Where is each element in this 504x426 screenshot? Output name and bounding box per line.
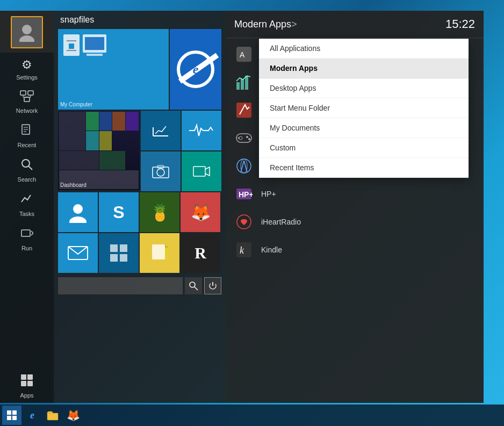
- firefox-taskbar-icon: 🦊: [67, 409, 80, 422]
- taskbar-ie[interactable]: e: [23, 406, 42, 425]
- dropdown-item-modern-apps[interactable]: Modern Apps: [259, 59, 469, 78]
- tile-pineapple[interactable]: 🍍: [140, 192, 179, 232]
- list-item[interactable]: HP+ HP+: [226, 180, 484, 208]
- hp-plus-icon: HP+: [234, 184, 254, 204]
- svg-rect-16: [21, 374, 26, 380]
- tile-firefox[interactable]: 🦊: [181, 192, 220, 232]
- windows-logo-icon: [7, 410, 17, 420]
- tile-pulse[interactable]: [182, 111, 221, 150]
- tile-skype[interactable]: S: [99, 192, 139, 232]
- tile-row-3: S 🍍 🦊: [54, 191, 226, 232]
- sidebar-item-recent[interactable]: Recent: [0, 118, 54, 153]
- svg-rect-32: [120, 254, 127, 262]
- tile-grid[interactable]: [99, 233, 139, 273]
- pc-monitor-group: [83, 34, 106, 56]
- tile-mail[interactable]: [58, 233, 98, 273]
- kindle-name: Kindle: [261, 246, 282, 254]
- tile-note[interactable]: [140, 233, 179, 273]
- dropdown-item-all-applications[interactable]: All Applications: [259, 39, 469, 59]
- sidebar-item-network[interactable]: Network: [0, 85, 54, 118]
- svg-point-26: [73, 204, 83, 214]
- tile-camera[interactable]: [141, 151, 181, 191]
- sidebar-item-tasks[interactable]: Tasks: [0, 187, 54, 221]
- svg-line-37: [195, 287, 198, 290]
- svg-rect-18: [21, 381, 26, 386]
- power-button[interactable]: [204, 277, 221, 294]
- svg-rect-4: [24, 97, 30, 102]
- dropdown-item-desktop-apps[interactable]: Desktop Apps: [259, 78, 469, 98]
- svg-rect-29: [110, 244, 118, 252]
- sidebar-item-run[interactable]: Run: [0, 221, 54, 256]
- list-item[interactable]: k Kindle: [226, 236, 484, 264]
- dashboard-label: Dashboard: [60, 182, 87, 188]
- sidebar-label-settings: Settings: [16, 74, 38, 81]
- sidebar-label-network: Network: [16, 107, 38, 114]
- ie-taskbar-icon: e: [30, 410, 34, 421]
- svg-text:A: A: [240, 50, 245, 59]
- tile-people[interactable]: [58, 192, 98, 232]
- svg-text:k: k: [240, 245, 244, 256]
- recent-icon: [20, 124, 33, 140]
- svg-rect-2: [20, 91, 26, 95]
- dropdown-item-custom[interactable]: Custom: [259, 138, 469, 158]
- taskbar-firefox[interactable]: 🦊: [63, 406, 83, 425]
- tile-stats[interactable]: [141, 111, 181, 150]
- tiles-search-row: [54, 273, 226, 294]
- sidebar-label-apps: Apps: [20, 392, 33, 399]
- search-icon: [20, 158, 33, 174]
- tiles-search-btn[interactable]: [185, 277, 202, 294]
- tile-dashboard[interactable]: Dashboard: [58, 111, 140, 190]
- clock: 15:22: [445, 17, 475, 31]
- tile-row-2b: [141, 151, 221, 191]
- appy-icon: A: [234, 45, 254, 64]
- sidebar-item-settings[interactable]: ⚙ Settings: [0, 53, 54, 85]
- svg-rect-35: [165, 248, 168, 259]
- tiles-area: snapfiles My C: [54, 11, 226, 403]
- ie-icon: e: [177, 50, 214, 88]
- tile-internet-explorer[interactable]: e: [170, 29, 221, 110]
- run-icon: [20, 227, 33, 243]
- hp-plus-name: HP+: [261, 190, 276, 198]
- dropdown-item-my-documents[interactable]: My Documents: [259, 118, 469, 138]
- svg-point-48: [246, 136, 248, 138]
- games-icon: [234, 128, 254, 148]
- pc-tower-icon: [63, 34, 80, 56]
- sidebar-label-run: Run: [21, 245, 32, 251]
- tile-row-1: My Computer e: [54, 29, 226, 110]
- iheartradio-icon: [234, 212, 254, 232]
- app-title: snapfiles: [54, 11, 226, 29]
- dropdown-item-start-menu-folder[interactable]: Start Menu Folder: [259, 98, 469, 118]
- svg-rect-25: [193, 167, 205, 176]
- user-profile[interactable]: [0, 11, 54, 53]
- iheartradio-name: iHeartRadio: [261, 218, 301, 226]
- settings-icon: ⚙: [21, 58, 32, 72]
- tile-my-computer[interactable]: My Computer: [58, 29, 169, 110]
- tile-r[interactable]: R: [181, 233, 220, 273]
- apps-header: Modern Apps> 15:22: [226, 11, 484, 38]
- tile-row-2a: [141, 111, 221, 150]
- apps-title-group: Modern Apps>: [234, 19, 297, 30]
- tile-row-4: R: [54, 232, 226, 273]
- my-computer-label: My Computer: [60, 102, 92, 107]
- apps-icon: [20, 374, 33, 390]
- svg-rect-33: [152, 244, 165, 259]
- taskbar-explorer[interactable]: [43, 406, 62, 425]
- sidebar-item-apps[interactable]: Apps: [0, 369, 54, 403]
- svg-marker-34: [165, 244, 168, 248]
- tile-video[interactable]: [182, 151, 221, 191]
- svg-point-13: [22, 160, 30, 167]
- explorer-icon: [47, 410, 59, 421]
- dropdown-item-recent-items[interactable]: Recent Items: [259, 158, 469, 178]
- start-button[interactable]: [2, 406, 21, 425]
- sidebar-label-tasks: Tasks: [19, 211, 34, 217]
- svg-text:HP+: HP+: [239, 190, 253, 199]
- tiles-search-box[interactable]: [58, 277, 183, 294]
- svg-line-14: [28, 166, 32, 170]
- svg-rect-19: [27, 381, 33, 386]
- svg-rect-31: [110, 254, 118, 262]
- svg-rect-43: [241, 79, 244, 90]
- category-dropdown: All Applications Modern Apps Desktop App…: [259, 39, 469, 178]
- sidebar-item-search[interactable]: Search: [0, 153, 54, 187]
- list-item[interactable]: iHeartRadio: [226, 208, 484, 236]
- svg-point-36: [190, 282, 195, 287]
